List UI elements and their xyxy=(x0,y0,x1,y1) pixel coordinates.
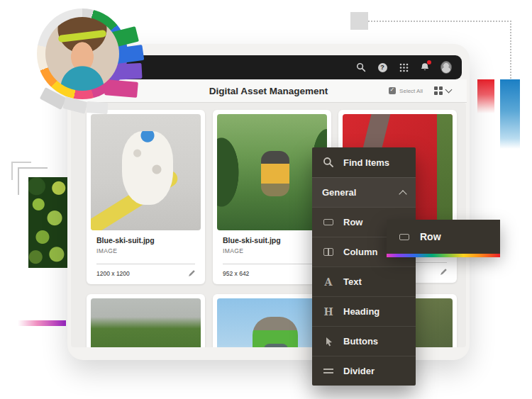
asset-filename: Blue-ski-suit.jpg xyxy=(96,236,195,245)
menu-item-label: Row xyxy=(343,217,362,227)
divider-icon xyxy=(322,369,335,373)
menu-item-text[interactable]: A Text xyxy=(312,266,416,296)
menu-item-heading[interactable]: H Heading xyxy=(312,296,416,326)
asset-type-label: IMAGE xyxy=(223,247,321,254)
decor-red-gradient-bar xyxy=(477,79,494,113)
text-icon: A xyxy=(322,277,335,287)
decor-magenta-gradient-bar xyxy=(18,320,66,326)
color-swatch-magenta xyxy=(104,79,138,98)
asset-dimensions: 952 x 642 xyxy=(223,270,249,277)
decor-gray-square xyxy=(350,12,368,30)
user-avatar[interactable] xyxy=(440,62,452,73)
user-avatar-image xyxy=(440,61,452,74)
menu-item-find-items[interactable]: Find Items xyxy=(312,147,416,177)
heading-icon: H xyxy=(322,307,335,317)
asset-filename: Blue-ski-suit.jpg xyxy=(223,236,321,245)
help-icon[interactable]: ? xyxy=(377,62,388,73)
menu-item-general[interactable]: General xyxy=(312,177,416,207)
view-options-button[interactable] xyxy=(434,86,451,95)
checkbox-icon xyxy=(389,87,396,94)
asset-card-1[interactable]: Blue-ski-suit.jpg IMAGE 1200 x 1200 xyxy=(87,110,205,284)
components-menu: Find Items General Row Column A Text H H… xyxy=(312,147,416,386)
menu-item-label: Find Items xyxy=(343,157,389,168)
chevron-up-icon xyxy=(399,190,406,198)
menu-item-buttons[interactable]: Buttons xyxy=(312,326,416,356)
menu-item-label: General xyxy=(322,187,356,198)
edit-pencil-icon[interactable] xyxy=(440,269,447,276)
column-icon xyxy=(322,248,335,256)
select-all-button[interactable]: Select All xyxy=(389,87,423,94)
accent-gradient-bar xyxy=(387,254,500,257)
search-icon xyxy=(322,157,335,168)
asset-dimensions: 1200 x 1200 xyxy=(96,270,130,277)
chevron-down-icon xyxy=(445,86,453,94)
asset-type-label: IMAGE xyxy=(96,247,195,254)
persona-avatar-group xyxy=(20,1,162,122)
asset-thumbnail-ski-suit xyxy=(91,114,201,230)
menu-item-label: Heading xyxy=(343,306,379,317)
menu-item-label: Divider xyxy=(343,366,375,376)
menu-item-divider[interactable]: Divider xyxy=(312,356,416,386)
help-glyph: ? xyxy=(378,63,387,72)
edit-pencil-icon[interactable] xyxy=(188,270,195,277)
asset-thumbnail-trees-person xyxy=(91,298,201,347)
menu-item-label: Text xyxy=(343,276,362,287)
color-swatch-gray xyxy=(86,101,108,114)
menu-item-label: Buttons xyxy=(343,336,378,347)
select-all-label: Select All xyxy=(399,88,423,94)
search-icon[interactable] xyxy=(355,62,367,73)
row-flyout[interactable]: Row xyxy=(387,220,500,254)
notification-dot xyxy=(427,60,431,64)
notifications-bell-icon[interactable] xyxy=(419,62,431,73)
apps-grid-icon[interactable] xyxy=(398,62,409,73)
decor-blue-gradient-bar xyxy=(500,79,520,149)
scene: ? Digital Asset Management xyxy=(0,0,532,399)
color-swatch-gray xyxy=(62,96,87,113)
row-icon xyxy=(322,219,335,225)
cursor-icon xyxy=(322,337,335,347)
grid-view-icon xyxy=(434,86,443,95)
menu-item-label: Column xyxy=(343,247,377,257)
asset-thumbnail-green-jacket xyxy=(217,298,327,347)
persona-photo xyxy=(45,17,119,91)
asset-thumbnail-hiker-valley xyxy=(217,114,327,230)
decor-foliage-image xyxy=(28,177,69,268)
flyout-label: Row xyxy=(420,231,441,242)
asset-card-4[interactable] xyxy=(87,294,205,347)
row-icon xyxy=(398,234,411,240)
